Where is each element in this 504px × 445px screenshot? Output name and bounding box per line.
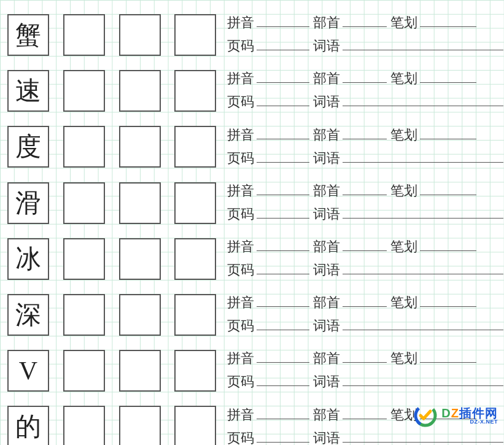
pinyin-field-label: 拼音 — [227, 293, 254, 312]
word-field-blank[interactable] — [343, 204, 503, 219]
radical-field-blank[interactable] — [343, 404, 387, 419]
word-field-blank[interactable] — [343, 91, 503, 106]
practice-row: 蟹拼音部首笔划页码词语 — [7, 7, 504, 63]
strokes-field-blank[interactable] — [420, 180, 476, 195]
pinyin-field: 拼音 — [227, 180, 309, 200]
word-field: 词语 — [313, 91, 503, 111]
pinyin-field-blank[interactable] — [257, 68, 309, 83]
practice-box[interactable] — [119, 294, 161, 336]
character-practice-worksheet: 蟹拼音部首笔划页码词语速拼音部首笔划页码词语度拼音部首笔划页码词语滑拼音部首笔划… — [7, 7, 504, 445]
practice-box[interactable] — [119, 182, 161, 224]
character-info: 拼音部首笔划页码词语 — [227, 63, 504, 115]
strokes-field-label: 笔划 — [390, 182, 417, 200]
character-box: 滑 — [7, 182, 49, 224]
strokes-field-blank[interactable] — [420, 236, 476, 251]
practice-box[interactable] — [174, 70, 216, 112]
strokes-field-blank[interactable] — [420, 124, 476, 139]
radical-field-blank[interactable] — [343, 12, 387, 27]
practice-box[interactable] — [63, 182, 105, 224]
practice-box[interactable] — [63, 350, 105, 392]
page-field: 页码 — [227, 315, 309, 335]
pinyin-field-label: 拼音 — [227, 14, 254, 32]
strokes-field: 笔划 — [390, 292, 476, 312]
practice-box[interactable] — [174, 126, 216, 168]
word-field-label: 词语 — [313, 149, 340, 168]
practice-box[interactable] — [174, 182, 216, 224]
page-field-label: 页码 — [227, 37, 254, 55]
pinyin-field: 拼音 — [227, 12, 309, 32]
strokes-field: 笔划 — [390, 180, 476, 200]
radical-field-blank[interactable] — [343, 68, 387, 83]
word-field-blank[interactable] — [343, 147, 503, 162]
word-field-blank[interactable] — [343, 427, 503, 442]
page-field: 页码 — [227, 260, 309, 279]
pinyin-field-blank[interactable] — [257, 348, 309, 363]
character-box: 速 — [7, 70, 49, 112]
radical-field-blank[interactable] — [343, 124, 387, 139]
practice-row: 滑拼音部首笔划页码词语 — [7, 176, 504, 231]
practice-box[interactable] — [63, 238, 105, 280]
practice-box[interactable] — [174, 350, 216, 392]
pinyin-field-blank[interactable] — [257, 124, 309, 139]
strokes-field-blank[interactable] — [420, 348, 476, 363]
pinyin-field-blank[interactable] — [257, 180, 309, 195]
radical-field-label: 部首 — [313, 69, 340, 88]
practice-box[interactable] — [119, 238, 161, 280]
practice-box[interactable] — [119, 406, 161, 445]
word-field-label: 词语 — [313, 205, 340, 223]
radical-field-blank[interactable] — [343, 180, 387, 195]
page-field-blank[interactable] — [257, 36, 309, 50]
pinyin-field: 拼音 — [227, 68, 309, 88]
practice-row: V拼音部首笔划页码词语 — [7, 343, 504, 399]
radical-field-label: 部首 — [313, 14, 340, 32]
practice-box[interactable] — [119, 126, 161, 168]
page-field-blank[interactable] — [257, 315, 309, 330]
character-info: 拼音部首笔划页码词语 — [227, 231, 504, 283]
strokes-field-label: 笔划 — [390, 126, 417, 144]
character-info: 拼音部首笔划页码词语 — [227, 176, 504, 227]
page-field-blank[interactable] — [257, 260, 309, 274]
practice-box[interactable] — [63, 70, 105, 112]
practice-box[interactable] — [174, 14, 216, 56]
watermark-logo-icon — [413, 403, 438, 428]
radical-field-label: 部首 — [313, 238, 340, 256]
strokes-field-blank[interactable] — [420, 12, 476, 27]
strokes-field-blank[interactable] — [420, 292, 476, 307]
word-field-blank[interactable] — [343, 371, 503, 386]
character-glyph: V — [19, 356, 37, 385]
word-field-blank[interactable] — [343, 36, 503, 50]
practice-box[interactable] — [63, 126, 105, 168]
radical-field: 部首 — [313, 404, 387, 424]
info-line-2: 页码词语 — [227, 260, 504, 283]
practice-box[interactable] — [119, 70, 161, 112]
word-field-blank[interactable] — [343, 315, 503, 330]
practice-box[interactable] — [174, 406, 216, 445]
practice-box[interactable] — [174, 238, 216, 280]
page-field-blank[interactable] — [257, 371, 309, 386]
practice-box[interactable] — [119, 350, 161, 392]
page-field-blank[interactable] — [257, 427, 309, 442]
page-field: 页码 — [227, 427, 309, 445]
radical-field-blank[interactable] — [343, 348, 387, 363]
strokes-field-label: 笔划 — [390, 69, 417, 88]
pinyin-field-blank[interactable] — [257, 404, 309, 419]
page-field-blank[interactable] — [257, 91, 309, 106]
practice-box[interactable] — [63, 294, 105, 336]
practice-box[interactable] — [119, 14, 161, 56]
strokes-field-blank[interactable] — [420, 68, 476, 83]
radical-field-blank[interactable] — [343, 236, 387, 251]
word-field-blank[interactable] — [343, 260, 503, 274]
radical-field: 部首 — [313, 124, 387, 144]
pinyin-field-blank[interactable] — [257, 236, 309, 251]
radical-field-blank[interactable] — [343, 292, 387, 307]
pinyin-field-blank[interactable] — [257, 292, 309, 307]
practice-box[interactable] — [174, 294, 216, 336]
page-field-blank[interactable] — [257, 147, 309, 162]
page-field-blank[interactable] — [257, 204, 309, 219]
pinyin-field-blank[interactable] — [257, 12, 309, 27]
pinyin-field-label: 拼音 — [227, 349, 254, 368]
page-field-label: 页码 — [227, 373, 254, 391]
practice-box[interactable] — [63, 406, 105, 445]
practice-box-group: 深 — [7, 287, 216, 336]
practice-box[interactable] — [63, 14, 105, 56]
